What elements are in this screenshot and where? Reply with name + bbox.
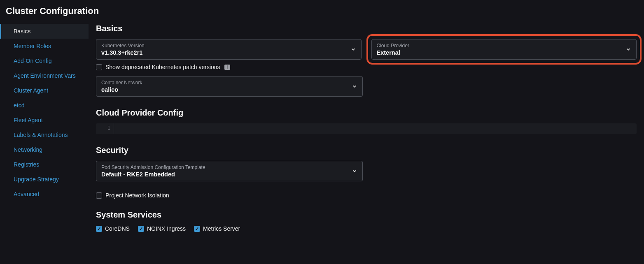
sidebar-item-member-roles[interactable]: Member Roles [0,39,89,53]
psa-template-select[interactable]: Pod Security Admission Configuration Tem… [96,161,363,181]
nginx-ingress-label: NGINX Ingress [147,225,186,232]
cloud-provider-config-heading: Cloud Provider Config [96,108,637,118]
coredns-checkbox[interactable] [96,226,102,232]
sidebar-item-addon-config[interactable]: Add-On Config [0,53,89,68]
chevron-down-icon [352,168,357,174]
sidebar: Basics Member Roles Add-On Config Agent … [0,24,89,232]
show-deprecated-label: Show deprecated Kubernetes patch version… [105,64,220,70]
basics-heading: Basics [96,24,637,33]
system-services-row: CoreDNS NGINX Ingress Metrics Server [96,225,637,232]
container-network-label: Container Network [101,80,348,86]
nginx-ingress-checkbox[interactable] [138,226,144,232]
cloud-provider-config-editor[interactable]: 1 [96,123,637,134]
line-number-gutter: 1 [96,123,114,134]
cloud-provider-label: Cloud Provider [377,43,622,49]
sidebar-item-labels-annotations[interactable]: Labels & Annotations [0,127,89,142]
sidebar-item-basics[interactable]: Basics [0,24,89,39]
k8s-version-label: Kubernetes Version [101,43,346,49]
psa-template-value: Default - RKE2 Embedded [101,171,175,178]
cloud-provider-value: External [377,49,400,56]
coredns-label: CoreDNS [105,225,130,232]
metrics-server-label: Metrics Server [203,225,240,232]
cloud-provider-select[interactable]: Cloud Provider External [371,39,637,60]
sidebar-item-advanced[interactable]: Advanced [0,187,89,201]
chevron-down-icon [625,46,631,52]
metrics-server-checkbox[interactable] [194,226,200,232]
sidebar-item-networking[interactable]: Networking [0,142,89,157]
sidebar-item-agent-env-vars[interactable]: Agent Environment Vars [0,68,89,83]
sidebar-item-upgrade-strategy[interactable]: Upgrade Strategy [0,172,89,187]
cloud-provider-highlight: Cloud Provider External [366,34,642,65]
info-icon[interactable]: i [224,65,230,70]
chevron-down-icon [350,46,356,52]
project-network-isolation-checkbox[interactable] [96,192,102,199]
container-network-select[interactable]: Container Network calico [96,76,363,97]
security-heading: Security [96,146,637,155]
code-editor-body[interactable] [114,123,637,134]
show-deprecated-row: Show deprecated Kubernetes patch version… [96,64,637,70]
service-item-metrics-server: Metrics Server [194,225,240,232]
psa-template-label: Pod Security Admission Configuration Tem… [101,164,348,170]
sidebar-item-cluster-agent[interactable]: Cluster Agent [0,83,89,98]
system-services-heading: System Services [96,210,637,220]
sidebar-item-fleet-agent[interactable]: Fleet Agent [0,113,89,127]
k8s-version-select[interactable]: Kubernetes Version v1.30.3+rke2r1 [96,39,362,60]
container-network-value: calico [101,86,118,93]
project-network-isolation-row: Project Network Isolation [96,192,637,199]
sidebar-item-registries[interactable]: Registries [0,157,89,172]
main-content: Basics Kubernetes Version v1.30.3+rke2r1… [89,24,644,232]
sidebar-item-etcd[interactable]: etcd [0,98,89,113]
service-item-nginx-ingress: NGINX Ingress [138,225,186,232]
show-deprecated-checkbox[interactable] [96,64,102,70]
page-title: Cluster Configuration [0,0,644,24]
chevron-down-icon [352,83,357,89]
k8s-version-value: v1.30.3+rke2r1 [101,49,142,56]
project-network-isolation-label: Project Network Isolation [105,192,169,199]
service-item-coredns: CoreDNS [96,225,130,232]
